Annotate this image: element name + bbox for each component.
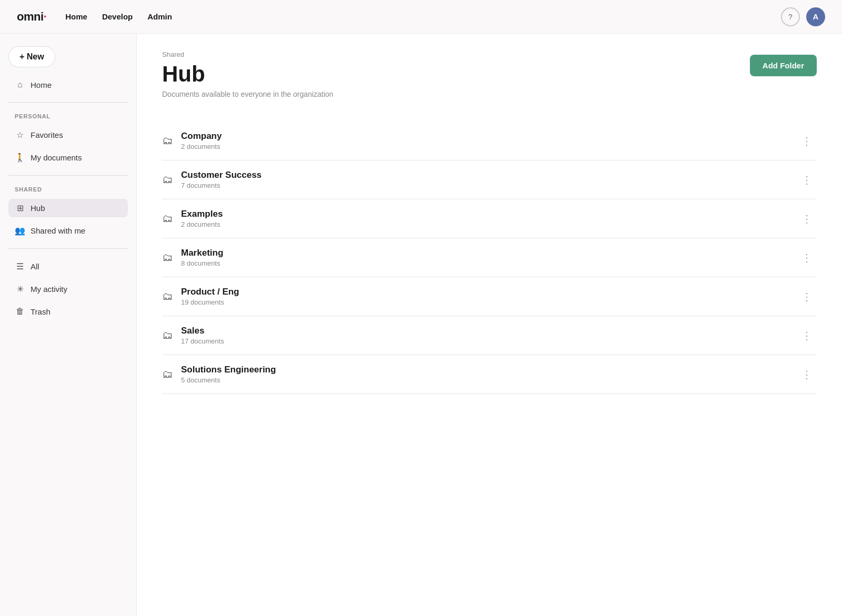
folder-count-examples: 2 documents xyxy=(181,220,797,228)
home-icon: ⌂ xyxy=(15,80,25,89)
grid-icon: ⊞ xyxy=(15,203,25,213)
folder-menu-sales[interactable]: ⋮ xyxy=(797,327,817,344)
folder-list: 🗂 Company 2 documents ⋮ 🗂 Customer Succe… xyxy=(162,122,817,394)
layout: + New ⌂ Home Personal ☆ Favorites 🚶 My d… xyxy=(0,34,842,616)
folder-item-sales[interactable]: 🗂 Sales 17 documents ⋮ xyxy=(162,316,817,355)
sidebar-favorites-label: Favorites xyxy=(31,130,63,139)
folder-icon-customer-success: 🗂 xyxy=(162,174,173,186)
sidebar: + New ⌂ Home Personal ☆ Favorites 🚶 My d… xyxy=(0,34,137,616)
sidebar-divider-1 xyxy=(8,102,128,103)
folder-menu-marketing[interactable]: ⋮ xyxy=(797,249,817,266)
activity-icon: ✳ xyxy=(15,284,25,294)
new-button[interactable]: + New xyxy=(8,46,55,67)
folder-menu-product-eng[interactable]: ⋮ xyxy=(797,288,817,305)
sidebar-item-home[interactable]: ⌂ Home xyxy=(8,76,128,94)
main-header: Shared Hub Documents available to everyo… xyxy=(162,51,817,117)
add-folder-button[interactable]: Add Folder xyxy=(750,55,817,76)
folder-info-marketing: Marketing 8 documents xyxy=(181,248,797,267)
folder-count-product-eng: 19 documents xyxy=(181,298,797,306)
avatar[interactable]: A xyxy=(806,7,825,26)
folder-icon-product-eng: 🗂 xyxy=(162,290,173,302)
title-block: Shared Hub Documents available to everyo… xyxy=(162,51,333,117)
folder-menu-customer-success[interactable]: ⋮ xyxy=(797,171,817,188)
folder-info-customer-success: Customer Success 7 documents xyxy=(181,170,797,189)
folder-info-examples: Examples 2 documents xyxy=(181,209,797,228)
breadcrumb: Shared xyxy=(162,51,333,58)
logo[interactable]: omni· xyxy=(17,10,46,24)
folder-item-marketing[interactable]: 🗂 Marketing 8 documents ⋮ xyxy=(162,238,817,277)
help-icon: ? xyxy=(788,13,793,21)
sidebar-divider-2 xyxy=(8,175,128,176)
folder-menu-solutions-engineering[interactable]: ⋮ xyxy=(797,366,817,383)
personal-section-label: Personal xyxy=(8,111,128,122)
nav-home[interactable]: Home xyxy=(65,10,87,23)
folder-name-customer-success: Customer Success xyxy=(181,170,797,180)
folder-item-product-eng[interactable]: 🗂 Product / Eng 19 documents ⋮ xyxy=(162,277,817,316)
folder-menu-examples[interactable]: ⋮ xyxy=(797,210,817,227)
folder-icon-examples: 🗂 xyxy=(162,213,173,225)
nav-develop[interactable]: Develop xyxy=(102,10,133,23)
sidebar-my-documents-label: My documents xyxy=(31,153,82,162)
sidebar-trash-label: Trash xyxy=(31,307,51,316)
folder-name-product-eng: Product / Eng xyxy=(181,287,797,297)
folder-icon-marketing: 🗂 xyxy=(162,251,173,264)
folder-item-company[interactable]: 🗂 Company 2 documents ⋮ xyxy=(162,122,817,160)
folder-info-solutions-engineering: Solutions Engineering 5 documents xyxy=(181,365,797,384)
folder-name-solutions-engineering: Solutions Engineering xyxy=(181,365,797,375)
folder-menu-company[interactable]: ⋮ xyxy=(797,133,817,149)
all-icon: ☰ xyxy=(15,261,25,271)
sidebar-item-shared-with-me[interactable]: 👥 Shared with me xyxy=(8,221,128,240)
sidebar-divider-3 xyxy=(8,248,128,249)
sidebar-my-activity-label: My activity xyxy=(31,285,67,294)
folder-info-sales: Sales 17 documents xyxy=(181,326,797,345)
folder-item-customer-success[interactable]: 🗂 Customer Success 7 documents ⋮ xyxy=(162,160,817,199)
sidebar-home-label: Home xyxy=(31,80,52,89)
logo-accent: · xyxy=(44,10,47,23)
sidebar-item-my-activity[interactable]: ✳ My activity xyxy=(8,280,128,298)
folder-icon-company: 🗂 xyxy=(162,135,173,147)
folder-count-customer-success: 7 documents xyxy=(181,181,797,189)
folder-info-company: Company 2 documents xyxy=(181,131,797,150)
folder-name-examples: Examples xyxy=(181,209,797,219)
shared-section-label: Shared xyxy=(8,184,128,195)
folder-name-marketing: Marketing xyxy=(181,248,797,258)
folder-name-company: Company xyxy=(181,131,797,142)
folder-count-solutions-engineering: 5 documents xyxy=(181,376,797,384)
sidebar-item-my-documents[interactable]: 🚶 My documents xyxy=(8,148,128,167)
sidebar-item-trash[interactable]: 🗑 Trash xyxy=(8,302,128,320)
page-subtitle: Documents available to everyone in the o… xyxy=(162,90,333,98)
folder-count-marketing: 8 documents xyxy=(181,259,797,267)
star-icon: ☆ xyxy=(15,130,25,140)
folder-item-solutions-engineering[interactable]: 🗂 Solutions Engineering 5 documents ⋮ xyxy=(162,355,817,394)
folder-name-sales: Sales xyxy=(181,326,797,336)
folder-count-sales: 17 documents xyxy=(181,337,797,345)
nav-admin[interactable]: Admin xyxy=(147,10,172,23)
folder-item-examples[interactable]: 🗂 Examples 2 documents ⋮ xyxy=(162,199,817,238)
help-button[interactable]: ? xyxy=(781,7,800,26)
person-icon: 🚶 xyxy=(15,153,25,163)
folder-info-product-eng: Product / Eng 19 documents xyxy=(181,287,797,306)
sidebar-shared-with-me-label: Shared with me xyxy=(31,226,85,235)
shared-icon: 👥 xyxy=(15,226,25,236)
trash-icon: 🗑 xyxy=(15,307,25,316)
sidebar-item-favorites[interactable]: ☆ Favorites xyxy=(8,126,128,144)
folder-icon-sales: 🗂 xyxy=(162,329,173,341)
sidebar-item-all[interactable]: ☰ All xyxy=(8,257,128,276)
sidebar-hub-label: Hub xyxy=(31,204,45,213)
nav-right: ? A xyxy=(781,7,825,26)
folder-count-company: 2 documents xyxy=(181,143,797,150)
topnav: omni· Home Develop Admin ? A xyxy=(0,0,842,34)
main-content: Shared Hub Documents available to everyo… xyxy=(137,34,842,616)
page-title: Hub xyxy=(162,62,333,87)
nav-links: Home Develop Admin xyxy=(65,10,781,23)
sidebar-all-label: All xyxy=(31,262,39,271)
sidebar-item-hub[interactable]: ⊞ Hub xyxy=(8,199,128,217)
folder-icon-solutions-engineering: 🗂 xyxy=(162,368,173,380)
